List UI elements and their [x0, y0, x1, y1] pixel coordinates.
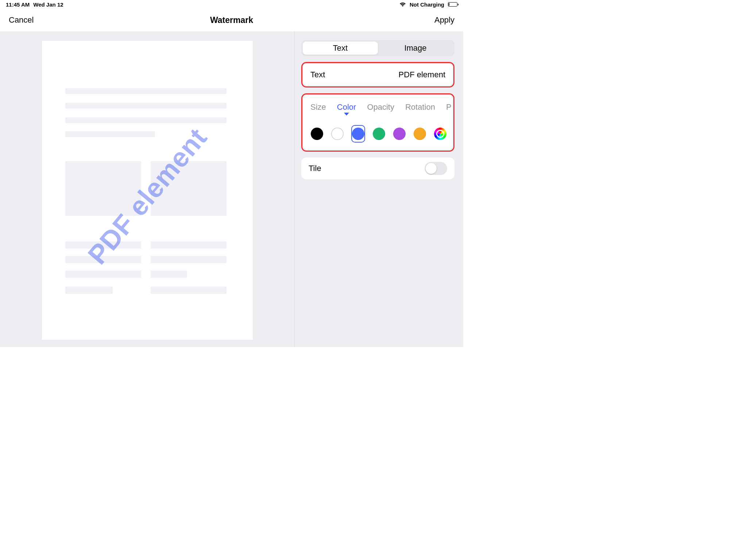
color-swatch-orange-wrap: [413, 125, 426, 143]
style-card-highlight: Size Color Opacity Rotation P: [301, 93, 454, 152]
status-time: 11:45 AM: [6, 1, 30, 8]
color-swatch-blue[interactable]: [352, 128, 364, 140]
tile-card: Tile: [301, 158, 454, 179]
apply-button[interactable]: Apply: [434, 15, 454, 25]
color-swatch-black[interactable]: [311, 128, 323, 140]
color-swatch-purple-wrap: [393, 125, 406, 143]
document-page-preview: PDF element: [42, 41, 253, 340]
segment-text[interactable]: Text: [303, 42, 378, 55]
cancel-button[interactable]: Cancel: [9, 15, 34, 25]
color-swatches: [309, 125, 447, 143]
tab-position[interactable]: P: [446, 102, 452, 115]
preview-pane: PDF element: [0, 31, 294, 347]
status-charging: Not Charging: [410, 1, 444, 8]
watermark-type-segmented[interactable]: Text Image: [301, 40, 454, 56]
color-swatch-blue-wrap: [351, 125, 365, 143]
color-swatch-green-wrap: [372, 125, 386, 143]
tab-rotation[interactable]: Rotation: [405, 102, 435, 115]
text-row-highlight: Text PDF element: [301, 62, 454, 88]
page-title: Watermark: [0, 15, 463, 25]
color-swatch-black-wrap: [310, 125, 324, 143]
color-swatch-picker-wrap: [434, 125, 447, 143]
color-swatch-white[interactable]: [331, 128, 344, 140]
color-swatch-purple[interactable]: [393, 128, 406, 140]
style-tabs: Size Color Opacity Rotation P: [309, 100, 447, 115]
status-date: Wed Jan 12: [33, 1, 63, 8]
watermark-text-row[interactable]: Text PDF element: [303, 64, 453, 86]
watermark-text-value: PDF element: [399, 70, 445, 79]
color-swatch-orange[interactable]: [414, 128, 426, 140]
status-bar: 11:45 AM Wed Jan 12 Not Charging: [0, 0, 463, 9]
tile-label: Tile: [309, 164, 321, 173]
battery-icon: [448, 2, 457, 7]
watermark-text-label: Text: [310, 70, 325, 79]
nav-bar: Cancel Watermark Apply: [0, 9, 463, 31]
tile-toggle-knob: [426, 163, 437, 174]
color-swatch-green[interactable]: [373, 128, 385, 140]
tab-opacity[interactable]: Opacity: [367, 102, 394, 115]
tab-size[interactable]: Size: [310, 102, 326, 115]
segment-image[interactable]: Image: [378, 42, 453, 55]
tile-toggle[interactable]: [425, 162, 447, 175]
settings-pane: Text Image Text PDF element Size Color O…: [295, 31, 463, 347]
wifi-icon: [399, 2, 406, 7]
color-swatch-picker[interactable]: [434, 128, 446, 140]
tile-row: Tile: [301, 158, 454, 179]
color-swatch-white-wrap: [331, 125, 344, 143]
tab-color[interactable]: Color: [337, 102, 356, 115]
